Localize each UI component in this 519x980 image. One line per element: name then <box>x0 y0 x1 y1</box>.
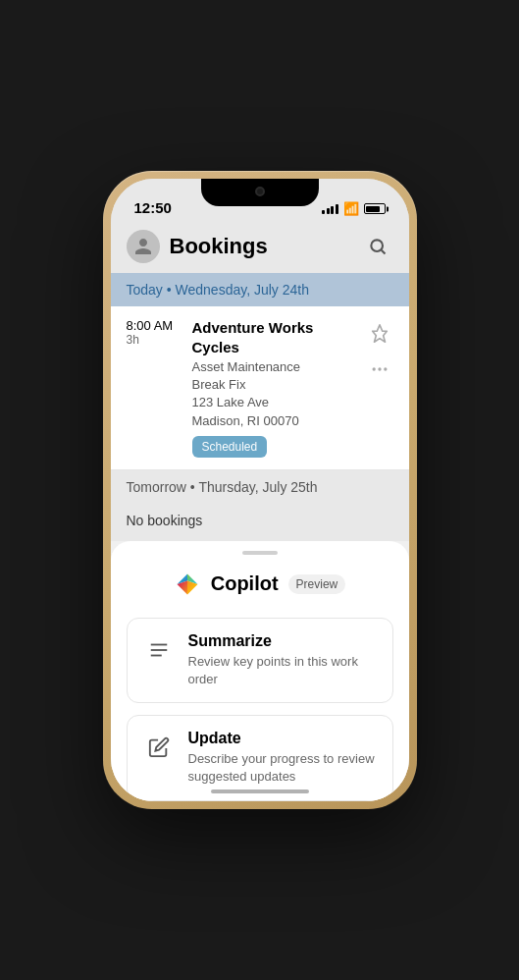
copilot-header: Copilot Preview <box>127 571 393 598</box>
booking-service: Asset Maintenance Break Fix 123 Lake Ave… <box>192 358 354 430</box>
today-banner: Today • Wednesday, July 24th <box>111 273 409 306</box>
summarize-action-card[interactable]: Summarize Review key points in this work… <box>127 618 393 703</box>
booking-card[interactable]: 8:00 AM 3h Adventure Works Cycles Asset … <box>111 306 409 470</box>
tomorrow-label: Tomorrow • Thursday, July 25th <box>127 479 318 495</box>
update-icon <box>143 732 175 763</box>
booking-actions <box>366 318 393 383</box>
today-label: Today • Wednesday, July 24th <box>127 282 310 298</box>
update-text: Update Describe your progress to review … <box>188 730 377 786</box>
navigation-icon[interactable] <box>366 320 393 348</box>
svg-point-3 <box>378 367 381 370</box>
battery-icon <box>364 203 386 214</box>
summarize-desc: Review key points in this work order <box>188 653 377 688</box>
update-desc: Describe your progress to review suggest… <box>188 750 377 786</box>
status-icons: 📶 <box>322 201 386 216</box>
summarize-title: Summarize <box>188 632 377 650</box>
page-title: Bookings <box>170 234 268 259</box>
copilot-sheet: Copilot Preview Summarize Review k <box>111 541 409 801</box>
svg-point-0 <box>371 240 383 251</box>
status-time: 12:50 <box>134 199 172 216</box>
svg-point-2 <box>372 367 375 370</box>
preview-badge: Preview <box>288 574 346 594</box>
status-badge: Scheduled <box>192 436 268 458</box>
phone-screen: 12:50 📶 <box>111 179 409 801</box>
wifi-icon: 📶 <box>343 201 359 216</box>
tomorrow-section-header: Tomorrow • Thursday, July 25th <box>111 470 409 504</box>
header-left: Bookings <box>127 230 268 263</box>
no-bookings-section: No bookings <box>111 504 409 541</box>
booking-time: 8:00 AM 3h <box>127 318 181 347</box>
booking-duration: 3h <box>127 333 181 347</box>
app-header: Bookings <box>111 222 409 273</box>
notch <box>201 179 319 206</box>
svg-point-4 <box>384 367 387 370</box>
phone-frame: 12:50 📶 <box>103 171 417 809</box>
update-action-card[interactable]: Update Describe your progress to review … <box>127 715 393 800</box>
copilot-logo-icon <box>174 571 201 598</box>
search-button[interactable] <box>362 231 393 262</box>
sheet-handle <box>242 551 278 555</box>
front-camera <box>255 187 265 196</box>
copilot-title: Copilot <box>211 572 279 595</box>
booking-time-main: 8:00 AM <box>127 318 181 333</box>
avatar[interactable] <box>127 230 160 263</box>
svg-line-1 <box>381 250 385 254</box>
home-indicator <box>211 789 309 793</box>
booking-company: Adventure Works Cycles <box>192 318 354 356</box>
update-title: Update <box>188 730 377 747</box>
more-options-icon[interactable] <box>366 355 393 383</box>
app-content: Bookings Today • Wednesday, July 24th 8:… <box>111 222 409 801</box>
no-bookings-text: No bookings <box>127 513 203 528</box>
summarize-text: Summarize Review key points in this work… <box>188 632 377 688</box>
summarize-icon <box>143 634 175 666</box>
booking-details: Adventure Works Cycles Asset Maintenance… <box>192 318 354 458</box>
signal-icon <box>322 204 338 214</box>
